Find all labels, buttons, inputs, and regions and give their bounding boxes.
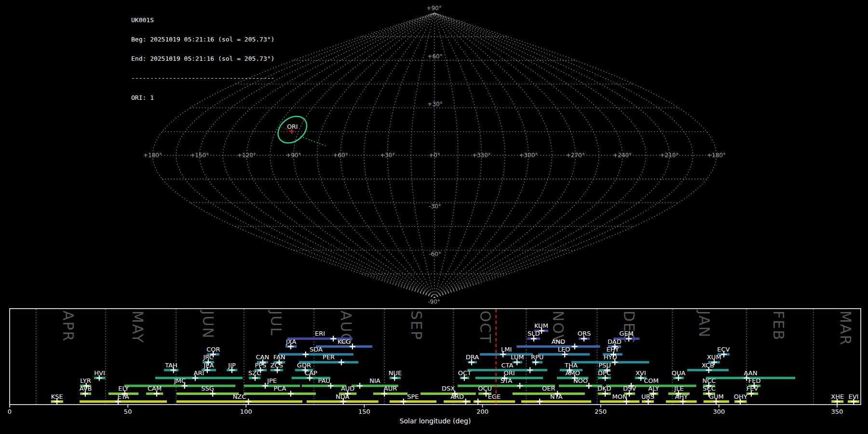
shower-code-label: PAU xyxy=(318,377,330,384)
shower-peak-marker xyxy=(537,399,542,405)
x-tick-label: 150 xyxy=(358,408,370,415)
shower-code-label: LMI xyxy=(501,346,512,353)
shower-XCB: XCB xyxy=(687,362,729,373)
x-tick-label: 50 xyxy=(124,408,132,415)
map-lat-label: +30° xyxy=(427,101,442,108)
shower-peak-marker xyxy=(517,383,523,389)
shower-OHY: OHY xyxy=(734,393,747,405)
shower-peak-marker xyxy=(572,344,578,350)
map-lon-label: +180° xyxy=(143,152,162,159)
shower-code-label: GEM xyxy=(619,330,634,337)
shower-code-label: JPE xyxy=(267,377,277,384)
shower-activity-bar xyxy=(244,385,300,387)
shower-peak-marker xyxy=(339,359,344,365)
shower-code-label: XHE xyxy=(831,393,844,400)
sky-map-panel: +180°+150°+120°+90°+60°+30°+0°+330°+300°… xyxy=(0,0,868,309)
shower-code-label: DAD xyxy=(608,338,622,345)
map-lat-label: +60° xyxy=(427,53,442,60)
shower-code-label: NUE xyxy=(389,369,402,377)
month-label: MAR xyxy=(837,311,854,346)
shower-code-label: FAN xyxy=(273,353,285,361)
shower-JXA: JXA xyxy=(285,338,297,350)
x-tick-label: 300 xyxy=(713,408,725,415)
shower-activity-bar xyxy=(559,385,602,387)
map-pole-bottom-label: -90° xyxy=(428,298,440,305)
shower-code-label: STA xyxy=(501,377,512,384)
shower-NDA: NDA xyxy=(307,393,379,405)
shower-activity-bar xyxy=(600,400,639,403)
shower-EVI: EVI xyxy=(848,393,859,405)
shower-code-label: ECV xyxy=(717,346,730,353)
shower-code-label: AMO xyxy=(565,369,580,377)
shower-code-label: ZCS xyxy=(271,362,283,369)
shower-activity-bar xyxy=(80,400,167,403)
x-axis: 050100150200250300350Solar longitude (de… xyxy=(8,405,843,425)
shower-activity-bar xyxy=(176,400,302,403)
map-lon-label: +120° xyxy=(237,152,256,159)
shower-code-label: FEV xyxy=(746,385,759,392)
shower-code-label: ETA xyxy=(118,393,129,400)
begin-time: Beg: 20251019 05:21:16 (sol = 205.73°) xyxy=(131,36,274,42)
month-label: JUN xyxy=(200,310,217,339)
shower-code-label: CAN xyxy=(256,353,270,361)
shower-code-label: SLD xyxy=(528,330,540,337)
shower-DKD: DKD xyxy=(597,385,611,396)
shower-peak-marker xyxy=(288,391,294,396)
shower-peak-marker xyxy=(401,399,407,405)
shower-code-label: ORI xyxy=(503,369,515,377)
x-axis-title: Solar longitude (deg) xyxy=(400,417,471,425)
shower-code-label: AND xyxy=(551,338,565,345)
shower-code-label: PER xyxy=(323,353,335,361)
shower-code-label: MON xyxy=(612,393,627,400)
station-id: UK001S xyxy=(131,17,274,23)
map-lon-label: +300° xyxy=(519,152,538,159)
shower-URS: URS xyxy=(641,393,654,405)
shower-code-label: COR xyxy=(206,346,220,353)
shower-code-label: DKD xyxy=(597,385,611,392)
month-label: OCT xyxy=(477,311,494,344)
shower-activity-bar xyxy=(302,385,346,387)
shower-peak-marker xyxy=(527,367,533,373)
map-lon-label: +330° xyxy=(472,152,491,159)
shower-SLD: SLD xyxy=(527,330,540,341)
end-time: End: 20251019 05:21:16 (sol = 205.73°) xyxy=(131,55,274,62)
shower-code-label: CAP xyxy=(305,369,317,377)
shower-code-label: SZC xyxy=(248,369,261,377)
shower-code-label: JMC xyxy=(174,377,186,384)
map-lon-label: +30° xyxy=(380,152,395,159)
radiant-drift-line xyxy=(300,136,326,146)
shower-code-label: HYD xyxy=(604,353,617,361)
shower-QUA: QUA xyxy=(672,369,686,381)
shower-code-label: JXA xyxy=(285,338,297,345)
shower-code-label: EVI xyxy=(849,393,859,400)
shower-code-label: KUM xyxy=(534,322,548,329)
shower-code-label: DRA xyxy=(466,353,479,361)
shower-code-label: TAH xyxy=(164,362,177,369)
map-pole-top-label: +90° xyxy=(426,5,441,12)
shower-code-label: NIA xyxy=(369,377,380,384)
shower-peak-marker xyxy=(357,383,363,389)
activity-timeline-panel: APRMAYJUNJULAUGSEPOCTNOVDECJANFEBMARKUME… xyxy=(0,308,868,434)
shower-code-label: AUD xyxy=(341,385,354,392)
shower-activity-bar xyxy=(521,400,591,403)
shower-code-label: OER xyxy=(542,385,555,392)
shower-code-label: FED xyxy=(748,377,761,384)
shower-activity-bar xyxy=(124,385,235,387)
shower-activity-bar xyxy=(420,393,476,395)
shower-code-label: RPU xyxy=(531,353,543,361)
map-lon-label: +0° xyxy=(429,152,440,159)
shower-CAM: CAM xyxy=(146,385,163,396)
shower-DPC: DPC xyxy=(598,369,611,381)
shower-peak-marker xyxy=(245,399,251,405)
shower-peak-marker xyxy=(330,336,336,341)
shower-code-label: DSX xyxy=(442,385,455,392)
shower-code-label: AUR xyxy=(384,385,397,392)
shower-code-label: COM xyxy=(644,377,659,384)
shower-ORS: ORS xyxy=(578,330,591,341)
shower-code-label: XCB xyxy=(702,362,714,369)
shower-HVI: HVI xyxy=(94,369,105,381)
shower-code-label: SPE xyxy=(407,393,419,400)
shower-row-10: KSEETANZCNDASPEARDEGENTAMONURSAHYGUMOHYX… xyxy=(51,393,859,405)
shower-code-label: NCC xyxy=(703,377,716,384)
shower-rows: KUMERISLDORSGEMJXAKCGANDDADCORSDALMILEOE… xyxy=(51,322,859,405)
